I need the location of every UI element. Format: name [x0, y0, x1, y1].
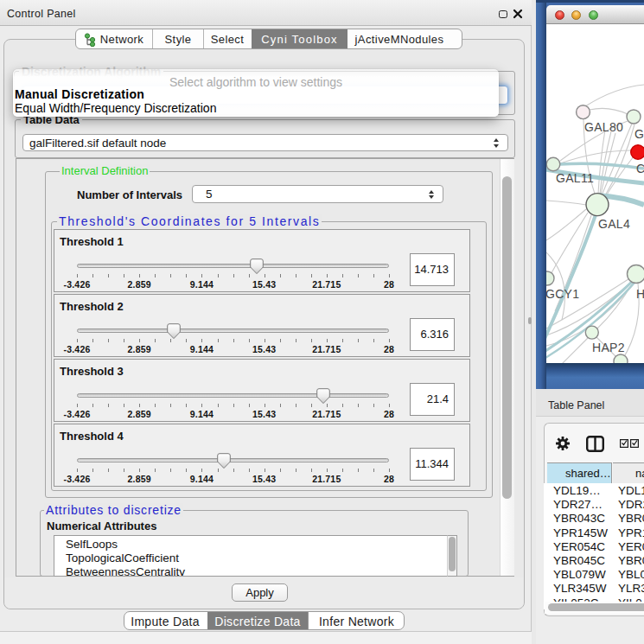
svg-text:GCY1: GCY1: [546, 287, 579, 301]
svg-text:GAL80: GAL80: [584, 120, 623, 134]
svg-text:C: C: [636, 162, 644, 175]
svg-text:GAL11: GAL11: [556, 171, 594, 185]
svg-text:GA: GA: [634, 127, 644, 141]
svg-text:H: H: [636, 287, 644, 301]
svg-text:HAP2: HAP2: [592, 341, 625, 354]
svg-text:GAL4: GAL4: [598, 217, 630, 231]
